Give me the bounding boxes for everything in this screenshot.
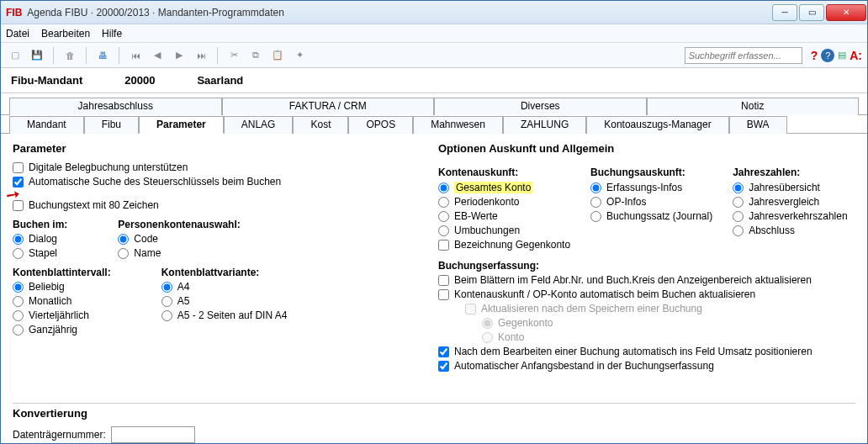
tab-anlag[interactable]: ANLAG: [224, 116, 294, 134]
parameter-title: Parameter: [13, 142, 430, 155]
tab-kost[interactable]: Kost: [293, 116, 348, 134]
rad-vierteljaehrlich[interactable]: Vierteljährlich: [13, 309, 111, 321]
search-input[interactable]: [685, 47, 802, 64]
rad-ebwerte[interactable]: EB-Werte: [438, 210, 570, 222]
copy-icon[interactable]: ⧉: [246, 46, 265, 65]
chk-autosteuer[interactable]: Automatische Suche des Steuerschlüssels …: [13, 176, 430, 188]
rad-jahresueber[interactable]: Jahresübersicht: [733, 182, 847, 193]
rad-a5din[interactable]: A5 - 2 Seiten auf DIN A4: [161, 309, 288, 321]
tab-zahlung[interactable]: ZAHLUNG: [503, 116, 586, 134]
chk-bez-gegen[interactable]: Bezeichnung Gegenkonto: [438, 239, 570, 251]
rad-opinfos[interactable]: OP-Infos: [590, 196, 712, 208]
tab-opos[interactable]: OPOS: [348, 116, 413, 134]
client-number: 20000: [124, 74, 155, 87]
close-button[interactable]: ✕: [826, 4, 866, 21]
help-question-icon[interactable]: ?: [811, 49, 818, 62]
rad-periodenkonto[interactable]: Periodenkonto: [438, 196, 570, 208]
datentraeger-input[interactable]: [111, 426, 195, 443]
rad-a5[interactable]: A5: [161, 295, 288, 307]
main-window: FIB Agenda FIBU · 20000/2013 · Mandanten…: [0, 0, 868, 444]
rad-a4[interactable]: A4: [161, 281, 288, 293]
agenda-a-icon[interactable]: A:: [849, 49, 862, 62]
tab-mahnwesen[interactable]: Mahnwesen: [413, 116, 503, 134]
rad-dialog[interactable]: Dialog: [13, 233, 67, 245]
tabs: Jahresabschluss FAKTURA / CRM Diverses N…: [1, 93, 867, 134]
chk-aktualisieren-nach: Aktualisieren nach dem Speichern einer B…: [465, 303, 855, 314]
rad-konto: Konto: [482, 331, 855, 343]
chk-blaettern[interactable]: Beim Blättern im Feld Abr.Nr. und Buch.K…: [438, 274, 855, 286]
menu-datei[interactable]: Datei: [6, 28, 29, 40]
menu-bearbeiten[interactable]: Bearbeiten: [41, 28, 90, 40]
save-icon[interactable]: 💾: [28, 46, 46, 65]
menu-hilfe[interactable]: Hilfe: [102, 28, 122, 40]
next-icon[interactable]: ▶: [170, 46, 188, 65]
paste-icon[interactable]: 📋: [268, 46, 287, 65]
personen-label: Personenkontenauswahl:: [118, 219, 240, 230]
buchen-im-label: Buchen im:: [13, 219, 67, 230]
buchungserfassung-h: Buchungserfassung:: [438, 260, 855, 272]
kbi-label: Kontenblattintervall:: [13, 267, 111, 278]
rad-umbuchungen[interactable]: Umbuchungen: [438, 225, 570, 236]
chk-auto-anfang[interactable]: Automatischer Anfangsbestand in der Buch…: [438, 360, 855, 372]
rad-gegenkonto: Gegenkonto: [482, 317, 855, 329]
help-info-icon[interactable]: ?: [821, 49, 834, 62]
konvertierung-title: Konvertierung: [13, 407, 855, 420]
parameter-group: ➚ Parameter Digitale Belegbuchung unters…: [13, 142, 430, 394]
rad-beliebig[interactable]: Beliebig: [13, 281, 111, 293]
client-name: Saarland: [197, 74, 243, 87]
rad-ganzjaehrig[interactable]: Ganzjährig: [13, 324, 111, 336]
titlebar: FIB Agenda FIBU · 20000/2013 · Mandanten…: [1, 1, 867, 24]
last-icon[interactable]: ⏭: [192, 46, 210, 65]
tool-icon[interactable]: ✦: [290, 46, 309, 65]
rad-name[interactable]: Name: [118, 247, 240, 259]
rad-jahresvergleich[interactable]: Jahresvergleich: [733, 196, 847, 208]
delete-icon[interactable]: 🗑: [61, 46, 79, 65]
rad-gesamtes[interactable]: Gesamtes Konto: [438, 182, 570, 193]
datentraeger-label: Datenträgernummer:: [13, 429, 106, 441]
options-title: Optionen Auskunft und Allgemein: [438, 142, 855, 155]
rad-stapel[interactable]: Stapel: [13, 247, 67, 259]
konvertierung-group: Konvertierung Datenträgernummer:: [1, 403, 867, 443]
rad-monatlich[interactable]: Monatlich: [13, 295, 111, 307]
options-group: Optionen Auskunft und Allgemein Kontenau…: [438, 142, 855, 394]
first-icon[interactable]: ⏮: [126, 46, 145, 65]
chk-digital[interactable]: Digitale Belegbuchung unterstützen: [13, 161, 430, 173]
jahreszahlen-h: Jahreszahlen:: [733, 166, 847, 178]
toolbar: ▢ 💾 🗑 🖶 ⏮ ◀ ▶ ⏭ ✂ ⧉ 📋 ✦ ? ? ▤ A:: [1, 43, 867, 68]
kontenauskunft-h: Kontenauskunft:: [438, 166, 570, 178]
tab-notiz[interactable]: Notiz: [647, 98, 860, 115]
client-bar: Fibu-Mandant 20000 Saarland: [1, 68, 867, 93]
minimize-button[interactable]: ─: [772, 4, 797, 21]
tab-kontoauszug[interactable]: Kontoauszugs-Manager: [586, 116, 728, 134]
prev-icon[interactable]: ◀: [148, 46, 167, 65]
tab-faktura[interactable]: FAKTURA / CRM: [222, 98, 435, 115]
maximize-button[interactable]: ▭: [799, 4, 824, 21]
cut-icon[interactable]: ✂: [225, 46, 243, 65]
tab-fibu[interactable]: Fibu: [84, 116, 139, 134]
kbv-label: Kontenblattvariante:: [161, 267, 288, 278]
tab-diverses[interactable]: Diverses: [434, 98, 647, 115]
buchungsauskunft-h: Buchungsauskunft:: [590, 166, 712, 178]
client-label: Fibu-Mandant: [11, 74, 82, 87]
menubar: Datei Bearbeiten Hilfe: [1, 24, 867, 43]
print-icon[interactable]: 🖶: [93, 46, 112, 65]
tab-parameter[interactable]: Parameter: [139, 116, 224, 134]
tab-bwa[interactable]: BWA: [729, 116, 787, 134]
chk-kontenauskunft-auto[interactable]: Kontenauskunft / OP-Konto automatisch be…: [438, 288, 855, 300]
chk-nach-bearbeiten[interactable]: Nach dem Bearbeiten einer Buchung automa…: [438, 346, 855, 357]
new-icon[interactable]: ▢: [6, 46, 24, 65]
window-title: Agenda FIBU · 20000/2013 · Mandanten-Pro…: [27, 7, 771, 18]
chk-buchungstext80[interactable]: Buchungstext mit 80 Zeichen: [13, 199, 430, 211]
rad-code[interactable]: Code: [118, 233, 240, 245]
tab-mandant[interactable]: Mandant: [9, 116, 84, 134]
rad-jahresverkehr[interactable]: Jahresverkehrszahlen: [733, 210, 847, 222]
rad-abschluss[interactable]: Abschluss: [733, 225, 847, 236]
app-icon: FIB: [6, 7, 22, 18]
book-icon[interactable]: ▤: [838, 50, 846, 61]
tab-jahresabschluss[interactable]: Jahresabschluss: [9, 98, 222, 115]
rad-erfassung[interactable]: Erfassungs-Infos: [590, 182, 712, 193]
rad-buchungssatz[interactable]: Buchungssatz (Journal): [590, 210, 712, 222]
